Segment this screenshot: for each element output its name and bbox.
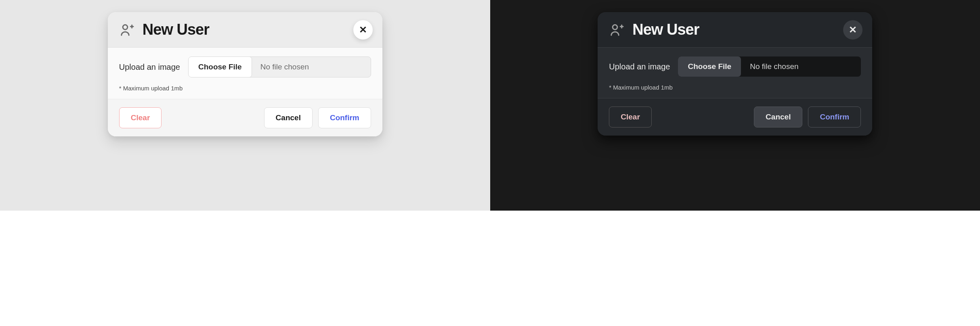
user-plus-icon [119, 22, 135, 38]
modal-header: New User ✕ [598, 12, 872, 48]
upload-row: Upload an image Choose File No file chos… [119, 56, 371, 77]
new-user-modal: New User ✕ Upload an image Choose File N… [598, 12, 872, 136]
upload-label: Upload an image [119, 63, 180, 72]
file-input-control: Choose File No file chosen [678, 56, 861, 77]
close-icon: ✕ [359, 24, 367, 36]
modal-header: New User ✕ [108, 12, 382, 48]
modal-title: New User [143, 21, 209, 38]
modal-body: Upload an image Choose File No file chos… [108, 48, 382, 99]
modal-footer: Clear Cancel Confirm [598, 98, 872, 136]
file-chosen-status: No file chosen [741, 56, 861, 77]
modal-body: Upload an image Choose File No file chos… [598, 48, 872, 98]
clear-button[interactable]: Clear [119, 107, 162, 128]
modal-footer: Clear Cancel Confirm [108, 99, 382, 136]
upload-label: Upload an image [609, 62, 670, 71]
upload-hint: * Maximum upload 1mb [119, 85, 371, 92]
light-theme-panel: New User ✕ Upload an image Choose File N… [0, 0, 490, 211]
new-user-modal: New User ✕ Upload an image Choose File N… [108, 12, 382, 136]
confirm-button[interactable]: Confirm [318, 107, 371, 128]
svg-point-0 [123, 25, 128, 29]
close-icon: ✕ [849, 24, 857, 36]
cancel-button[interactable]: Cancel [264, 107, 313, 128]
upload-hint: * Maximum upload 1mb [609, 84, 861, 91]
upload-row: Upload an image Choose File No file chos… [609, 56, 861, 77]
clear-button[interactable]: Clear [609, 107, 652, 127]
svg-point-3 [613, 25, 617, 29]
confirm-button[interactable]: Confirm [808, 107, 861, 127]
dark-theme-panel: New User ✕ Upload an image Choose File N… [490, 0, 980, 211]
choose-file-button[interactable]: Choose File [678, 56, 741, 77]
file-input-control: Choose File No file chosen [188, 56, 371, 77]
user-plus-icon [609, 22, 625, 38]
close-button[interactable]: ✕ [353, 20, 373, 40]
file-chosen-status: No file chosen [252, 57, 371, 77]
choose-file-button[interactable]: Choose File [188, 56, 252, 77]
modal-title: New User [632, 21, 699, 38]
close-button[interactable]: ✕ [843, 20, 862, 40]
cancel-button[interactable]: Cancel [754, 107, 802, 127]
